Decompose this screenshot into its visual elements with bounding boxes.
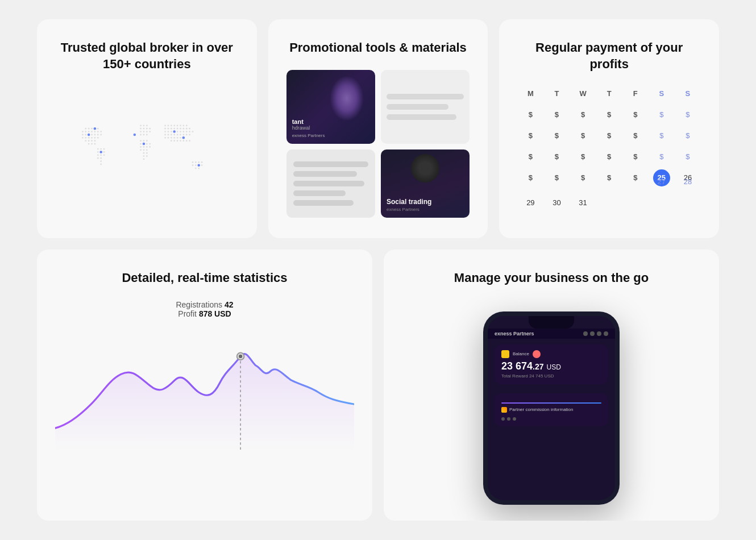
dots-row xyxy=(501,417,601,421)
svg-point-82 xyxy=(173,125,175,127)
svg-point-76 xyxy=(143,156,145,157)
svg-point-3 xyxy=(91,128,93,130)
svg-point-98 xyxy=(171,131,172,133)
promo-grid: tant hdrawal exness Partners xyxy=(286,70,470,218)
promo-banner-main: tant hdrawal exness Partners xyxy=(286,70,375,144)
svg-point-17 xyxy=(94,134,96,136)
phone-status-icons xyxy=(583,331,608,336)
total-reward: Total Reward 24 745 USD xyxy=(501,373,601,379)
svg-point-52 xyxy=(149,128,151,130)
svg-point-81 xyxy=(171,125,172,127)
svg-point-116 xyxy=(168,137,169,139)
svg-point-16 xyxy=(91,134,93,136)
svg-point-111 xyxy=(180,134,181,136)
svg-point-108 xyxy=(171,134,172,136)
svg-point-131 xyxy=(198,161,200,163)
svg-point-11 xyxy=(97,131,99,133)
svg-point-138 xyxy=(198,168,200,169)
svg-point-20 xyxy=(82,137,84,139)
svg-point-114 xyxy=(189,134,190,136)
reward-icon xyxy=(533,350,541,358)
svg-point-112 xyxy=(183,134,185,136)
status-icon-4 xyxy=(604,331,608,336)
svg-point-5 xyxy=(97,128,99,130)
svg-point-18 xyxy=(97,134,99,136)
stats-chart xyxy=(55,330,354,455)
amount-currency: USD xyxy=(547,363,561,371)
map-dots-svg xyxy=(55,86,239,222)
chart-fill xyxy=(55,354,354,452)
balance-label: Balance xyxy=(513,351,529,356)
svg-point-92 xyxy=(180,128,181,130)
svg-point-6 xyxy=(82,131,84,133)
calendar: M T W T F S S $ $ $ $ $ $ $ xyxy=(517,86,701,211)
promo-line-1 xyxy=(387,94,464,99)
svg-point-113 xyxy=(186,134,188,136)
svg-point-125 xyxy=(180,140,181,142)
svg-point-141 xyxy=(143,143,145,145)
svg-point-142 xyxy=(173,131,175,133)
svg-point-118 xyxy=(173,137,175,139)
svg-point-117 xyxy=(171,137,172,139)
cal-day-f: F xyxy=(622,86,649,101)
svg-point-30 xyxy=(88,143,90,145)
svg-point-72 xyxy=(143,149,145,151)
svg-point-66 xyxy=(149,143,151,145)
card-trusted-broker: Trusted global broker in over 150+ count… xyxy=(37,19,257,238)
svg-point-33 xyxy=(97,148,99,150)
svg-point-128 xyxy=(189,140,190,142)
svg-point-91 xyxy=(177,128,178,130)
svg-point-46 xyxy=(140,125,142,127)
svg-point-38 xyxy=(103,151,105,153)
bottom-line-4 xyxy=(293,190,346,196)
phone-device: exness Partners Balance xyxy=(483,311,620,505)
cal-day-s1: S xyxy=(649,86,675,101)
svg-point-110 xyxy=(177,134,178,136)
svg-point-143 xyxy=(182,136,185,139)
dot-2 xyxy=(507,417,510,421)
phone-screen: exness Partners Balance xyxy=(488,316,615,500)
svg-point-19 xyxy=(100,134,102,136)
world-map xyxy=(55,86,239,222)
cal-day-t1: T xyxy=(543,86,570,101)
registrations-value: 42 xyxy=(225,300,234,309)
dot-1 xyxy=(501,417,505,421)
svg-point-126 xyxy=(183,140,185,142)
amount-decimal: .27 xyxy=(533,362,543,371)
amount-display: 23 674.27 USD xyxy=(501,360,601,372)
promo-banner-text: tant xyxy=(292,118,369,125)
svg-point-119 xyxy=(177,137,178,139)
svg-point-31 xyxy=(91,143,93,145)
svg-point-36 xyxy=(97,151,99,153)
svg-point-77 xyxy=(146,156,148,157)
cal-row-3: $ $ $ $ $ $ $ xyxy=(517,148,701,165)
svg-point-109 xyxy=(173,134,175,136)
commission-icon xyxy=(501,407,507,413)
svg-point-146 xyxy=(94,127,96,130)
profit-label: Profit xyxy=(178,309,197,318)
cal-day-s2: S xyxy=(675,86,701,101)
chart-dot-inner xyxy=(239,355,242,358)
status-icon-3 xyxy=(597,331,601,336)
social-logo: exness Partners xyxy=(387,207,464,212)
cal-row-5: 29 30 31 xyxy=(517,194,701,211)
balance-label-row: Balance xyxy=(501,350,601,358)
svg-point-21 xyxy=(85,137,86,139)
promo-social-card: Social trading exness Partners xyxy=(381,149,470,218)
svg-point-50 xyxy=(143,128,145,130)
phone-amount: 23 674.27 USD xyxy=(501,360,561,372)
svg-point-48 xyxy=(146,125,148,127)
svg-point-25 xyxy=(97,137,99,139)
status-icon-2 xyxy=(590,331,595,336)
page-wrapper: Trusted global broker in over 150+ count… xyxy=(37,2,719,538)
promo-banner-logo: exness Partners xyxy=(292,133,369,138)
svg-point-130 xyxy=(195,161,197,163)
top-row: Trusted global broker in over 150+ count… xyxy=(37,19,719,238)
svg-point-40 xyxy=(100,155,102,156)
svg-point-29 xyxy=(94,140,96,142)
svg-point-103 xyxy=(186,131,188,133)
svg-point-124 xyxy=(177,140,178,142)
svg-point-133 xyxy=(192,165,194,167)
svg-point-1 xyxy=(85,128,86,130)
svg-point-120 xyxy=(180,137,181,139)
